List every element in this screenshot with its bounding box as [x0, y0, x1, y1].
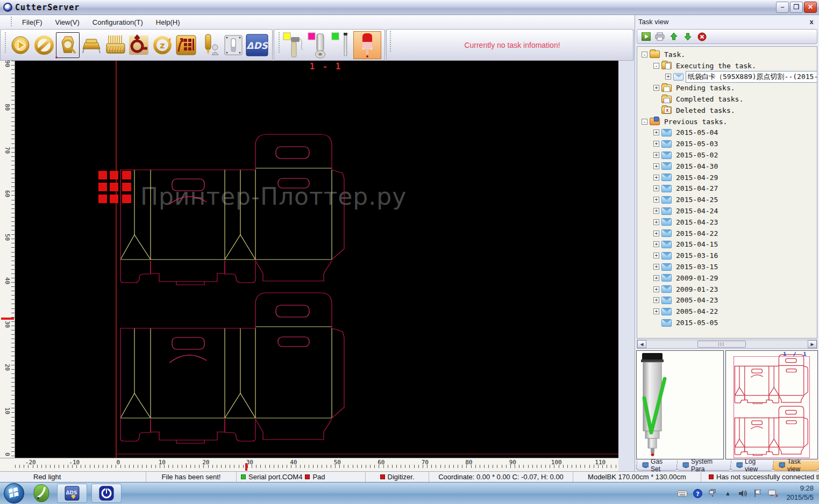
panel-tab[interactable]: Task view [772, 460, 819, 471]
window-stack-icon[interactable] [708, 488, 717, 498]
grid-cut-icon[interactable] [174, 32, 198, 58]
tool-yellow-icon[interactable] [282, 32, 306, 58]
panel-tab[interactable]: Log view [730, 460, 776, 471]
tree-expander[interactable]: + [653, 219, 659, 225]
switch-panel-icon[interactable] [222, 32, 245, 58]
tree-expander[interactable]: + [653, 308, 659, 314]
tree-expander[interactable] [653, 107, 659, 113]
menu-item[interactable]: File(F) [16, 17, 49, 28]
tree-row[interactable]: Deleted tasks. [637, 105, 817, 116]
ads-app-button[interactable]: ΔDS [57, 484, 87, 503]
scroll-right-arrow[interactable]: ► [808, 340, 817, 348]
coreldraw-icon[interactable] [32, 484, 51, 502]
menu-item[interactable]: Help(H) [149, 17, 187, 28]
speaker-icon[interactable] [738, 488, 747, 498]
comb-icon[interactable] [103, 32, 127, 58]
tree-expander[interactable]: + [653, 231, 659, 236]
reset-z-icon[interactable]: z [151, 32, 174, 58]
tree-expander[interactable]: - [642, 119, 647, 125]
tree-expander[interactable]: + [653, 129, 659, 135]
help-icon[interactable]: ? [693, 488, 702, 498]
drawing-canvas[interactable]: Принтер-Плоттер.ру 1 - 1 [15, 61, 618, 458]
tree-row[interactable]: + 2015-04-23 [637, 217, 817, 228]
tree-hscrollbar[interactable]: ◄ ► [637, 340, 817, 349]
tool-magenta-icon[interactable] [306, 32, 330, 58]
tree-row[interactable]: - Task. [637, 49, 817, 60]
tree-expander[interactable]: + [653, 185, 659, 191]
panel-tab[interactable]: Gas Set [636, 460, 680, 471]
restore-button[interactable]: ❐ [790, 2, 803, 13]
network-error-icon[interactable]: x [768, 488, 778, 498]
tree-row[interactable]: + Pending tasks. [637, 82, 817, 93]
tree-expander[interactable]: + [653, 141, 659, 147]
tree-row[interactable]: + 2015-04-22 [637, 228, 817, 239]
tree-row[interactable]: + 2015-04-25 [637, 194, 817, 205]
tree-expander[interactable]: + [653, 175, 659, 181]
tree-expander[interactable]: + [665, 74, 671, 80]
keyboard-icon[interactable] [678, 488, 687, 498]
origin-move-icon[interactable] [127, 32, 151, 58]
tree-row[interactable]: + 2015-03-16 [637, 250, 817, 261]
menu-item[interactable]: View(V) [49, 17, 86, 28]
tree-expander[interactable]: + [653, 275, 659, 281]
tree-row[interactable]: + 2015-03-15 [637, 261, 817, 272]
tree-row[interactable]: + 纸袋白卡（595X889)原点切割--(2015- [637, 71, 817, 83]
tree-expander[interactable]: + [653, 152, 659, 158]
tree-row[interactable]: + 2015-04-30 [637, 161, 817, 172]
tool-red-active-icon[interactable] [353, 31, 381, 59]
platform-icon[interactable] [80, 32, 103, 58]
tray-clock[interactable]: 9:28 2015/5/5 [783, 484, 814, 502]
close-button[interactable]: ✕ [804, 2, 817, 13]
tree-row[interactable]: + 2015-05-03 [637, 138, 817, 149]
scroll-thumb[interactable] [697, 341, 746, 348]
move-up-icon[interactable] [668, 32, 679, 41]
tree-row[interactable]: + 2015-04-24 [637, 205, 817, 217]
tool-green-icon[interactable] [330, 32, 353, 58]
tree-row[interactable]: + 2015-04-29 [637, 172, 817, 183]
tree-row[interactable]: + 2015-05-02 [637, 149, 817, 161]
action-flag-icon[interactable] [753, 488, 763, 498]
show-hidden-icon[interactable]: ▲ [723, 488, 732, 498]
ads-icon[interactable]: ΔDS [245, 32, 269, 58]
tree-expander[interactable]: + [653, 163, 659, 169]
cutterserver-app-button[interactable] [91, 484, 122, 503]
tree-row[interactable]: + 2015-04-15 [637, 239, 817, 250]
tree-row[interactable]: + 2005-04-23 [637, 295, 817, 306]
tree-row[interactable]: + 2009-01-29 [637, 272, 817, 284]
tree-expander[interactable] [653, 320, 659, 326]
toolbar-grip3[interactable] [389, 31, 391, 53]
pen-person-icon[interactable] [198, 32, 222, 58]
tree-expander[interactable]: + [653, 286, 659, 292]
tree-expander[interactable]: + [653, 253, 659, 258]
run-task-icon[interactable] [640, 32, 651, 41]
tree-expander[interactable]: - [642, 52, 647, 57]
tree-row[interactable]: Completed tasks. [637, 93, 817, 105]
tree-expander[interactable]: + [653, 297, 659, 303]
tree-row[interactable]: + 2015-05-04 [637, 127, 817, 139]
move-down-icon[interactable] [682, 32, 693, 41]
tree-expander[interactable]: - [653, 63, 659, 69]
panel-tab[interactable]: System Para [676, 460, 733, 471]
menubar-grip[interactable] [10, 17, 12, 27]
tree-row[interactable]: + 2015-04-27 [637, 183, 817, 195]
tree-expander[interactable]: + [653, 241, 659, 247]
tree-expander[interactable]: + [653, 197, 659, 203]
zoom-select-icon[interactable] [56, 32, 80, 58]
tree-expander[interactable]: + [653, 85, 659, 91]
stop-icon[interactable] [32, 32, 56, 58]
minimize-button[interactable]: – [776, 2, 789, 13]
toolbar-grip2[interactable] [277, 32, 280, 54]
tree-expander[interactable]: + [653, 208, 659, 214]
tree-row[interactable]: 2015-05-05 [637, 317, 817, 328]
tree-row[interactable]: + 2005-04-22 [637, 306, 817, 317]
tree-row[interactable]: - Executing the task. [637, 60, 817, 71]
print-task-icon[interactable] [654, 32, 665, 41]
tree-row[interactable]: + 2009-01-23 [637, 284, 817, 295]
tree-expander[interactable] [653, 96, 659, 102]
tree-row[interactable]: - Previous tasks. [637, 116, 817, 127]
scroll-left-arrow[interactable]: ◄ [637, 340, 646, 348]
menu-item[interactable]: Configuration(T) [86, 17, 149, 28]
start-button[interactable] [3, 483, 25, 504]
panel-close-icon[interactable]: x [807, 18, 816, 26]
delete-task-icon[interactable] [696, 32, 707, 41]
